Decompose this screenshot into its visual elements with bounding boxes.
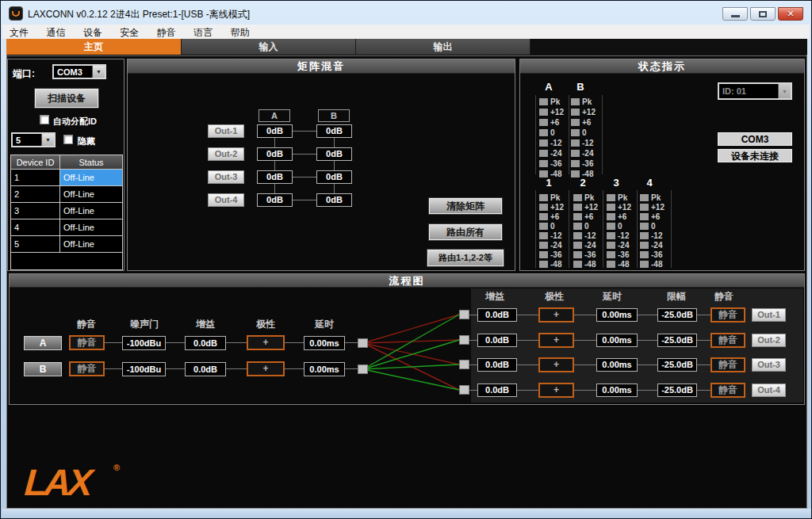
menu-file[interactable]: 文件: [2, 25, 36, 39]
output-3-mute-button[interactable]: 静音: [710, 357, 745, 372]
menu-language[interactable]: 语言: [186, 25, 220, 39]
device-id-select[interactable]: ID: 01 ▼: [718, 82, 792, 100]
table-row[interactable]: 2 Off-Line: [11, 186, 122, 203]
output-3-polarity-button[interactable]: +: [538, 357, 574, 372]
minimize-button[interactable]: [722, 7, 748, 21]
status-cell[interactable]: Off-Line: [60, 219, 122, 236]
input-b-gate-value[interactable]: -100dBu: [122, 362, 166, 376]
scan-devices-button[interactable]: 扫描设备: [35, 89, 98, 108]
device-id-cell[interactable]: 2: [11, 186, 60, 203]
chevron-down-icon[interactable]: ▼: [778, 84, 791, 98]
output-1-limiter-value[interactable]: -25.0dB: [657, 308, 697, 322]
matrix-row-out2[interactable]: Out-2: [208, 147, 244, 161]
input-a-gain-value[interactable]: 0.0dB: [185, 336, 226, 350]
output-3-delay-value[interactable]: 0.00ms: [596, 358, 638, 372]
matrix-cell-a4[interactable]: 0dB: [257, 193, 293, 207]
output-2-routing-node[interactable]: [459, 335, 469, 345]
input-b-delay-value[interactable]: 0.00ms: [304, 362, 345, 376]
tab-output[interactable]: 输出: [356, 39, 530, 55]
device-id-cell[interactable]: 4: [11, 219, 60, 236]
status-cell[interactable]: Off-Line: [60, 203, 122, 219]
output-4-polarity-button[interactable]: +: [538, 383, 574, 398]
chevron-down-icon[interactable]: ▼: [92, 66, 105, 78]
output-1-delay-value[interactable]: 0.00ms: [596, 308, 638, 322]
status-cell[interactable]: Off-Line: [60, 236, 122, 253]
auto-assign-id-checkbox[interactable]: [40, 115, 49, 124]
connection-status-button[interactable]: 设备未连接: [718, 149, 792, 162]
input-b-routing-node[interactable]: [358, 364, 368, 374]
output-3-routing-node[interactable]: [459, 360, 469, 369]
matrix-cell-b2[interactable]: 0dB: [316, 147, 352, 161]
input-a-delay-value[interactable]: 0.00ms: [304, 336, 345, 350]
maximize-button[interactable]: [750, 7, 776, 21]
menu-security[interactable]: 安全: [113, 25, 146, 39]
table-row[interactable]: 4 Off-Line: [11, 219, 122, 236]
output-1-routing-node[interactable]: [459, 310, 469, 319]
output-3-limiter-value[interactable]: -25.0dB: [657, 358, 697, 372]
matrix-cell-a1[interactable]: 0dB: [257, 124, 293, 138]
input-b-gain-value[interactable]: 0.0dB: [185, 362, 226, 376]
menu-communication[interactable]: 通信: [39, 25, 72, 39]
matrix-row-out3[interactable]: Out-3: [208, 170, 244, 184]
input-a-mute-button[interactable]: 静音: [69, 335, 105, 350]
output-2-mute-button[interactable]: 静音: [710, 333, 745, 348]
input-b-mute-button[interactable]: 静音: [69, 361, 105, 376]
matrix-row-out4[interactable]: Out-4: [208, 193, 244, 207]
output-4-mute-button[interactable]: 静音: [710, 383, 745, 398]
output-3-gain-value[interactable]: 0.0dB: [477, 358, 517, 372]
close-button[interactable]: ✕: [778, 7, 803, 21]
matrix-cell-b1[interactable]: 0dB: [316, 124, 352, 138]
chevron-down-icon[interactable]: ▼: [41, 134, 54, 146]
output-2-button[interactable]: Out-2: [752, 334, 786, 347]
output-4-routing-node[interactable]: [459, 385, 469, 395]
output-4-delay-value[interactable]: 0.00ms: [596, 384, 638, 397]
output-2-delay-value[interactable]: 0.00ms: [596, 334, 638, 347]
menu-mute[interactable]: 静音: [150, 25, 183, 39]
input-a-gate-value[interactable]: -100dBu: [122, 336, 166, 350]
com-port-button[interactable]: COM3: [718, 132, 792, 146]
menu-device[interactable]: 设备: [76, 25, 109, 39]
output-2-polarity-button[interactable]: +: [538, 333, 574, 348]
input-a-routing-node[interactable]: [358, 338, 368, 348]
output-3-button[interactable]: Out-3: [752, 358, 786, 372]
tab-input[interactable]: 输入: [182, 39, 356, 55]
meter-scale-label: +6: [582, 118, 591, 127]
matrix-cell-b3[interactable]: 0dB: [316, 170, 352, 184]
output-1-button[interactable]: Out-1: [752, 308, 786, 322]
menu-help[interactable]: 帮助: [224, 25, 257, 39]
output-2-limiter-value[interactable]: -25.0dB: [657, 334, 697, 347]
input-b-button[interactable]: B: [24, 362, 62, 376]
matrix-cell-a3[interactable]: 0dB: [257, 170, 293, 184]
meter-scale-label: -48: [651, 260, 662, 269]
hide-checkbox[interactable]: [63, 135, 73, 144]
table-row[interactable]: 1 Off-Line: [11, 170, 122, 186]
output-1-polarity-button[interactable]: +: [538, 307, 574, 322]
status-cell[interactable]: Off-Line: [60, 186, 122, 203]
input-a-button[interactable]: A: [24, 336, 62, 350]
matrix-cell-a2[interactable]: 0dB: [257, 147, 293, 161]
matrix-cell-b4[interactable]: 0dB: [316, 193, 352, 207]
device-id-cell[interactable]: 3: [11, 203, 60, 219]
meter-led: [539, 242, 548, 249]
table-row[interactable]: 3 Off-Line: [11, 203, 122, 219]
title-bar[interactable]: LAXCONN v0.2.12 2进4出 Preset:1-[USB -离线模式…: [2, 2, 810, 25]
device-id-cell[interactable]: 5: [11, 236, 60, 253]
device-id-cell[interactable]: 1: [11, 170, 60, 186]
table-row[interactable]: 5 Off-Line: [11, 236, 122, 253]
device-count-select[interactable]: 5 ▼: [11, 132, 56, 147]
output-1-gain-value[interactable]: 0.0dB: [477, 308, 517, 322]
tab-home[interactable]: 主页: [6, 39, 182, 55]
route-direct-button[interactable]: 路由1-1,2-2等: [427, 250, 504, 266]
port-select[interactable]: COM3 ▼: [52, 64, 106, 79]
status-cell[interactable]: Off-Line: [60, 170, 122, 186]
output-2-gain-value[interactable]: 0.0dB: [477, 334, 517, 347]
clear-matrix-button[interactable]: 清除矩阵: [429, 198, 502, 214]
output-1-mute-button[interactable]: 静音: [710, 307, 745, 322]
route-all-button[interactable]: 路由所有: [429, 224, 502, 240]
output-4-gain-value[interactable]: 0.0dB: [477, 384, 517, 397]
matrix-row-out1[interactable]: Out-1: [208, 124, 244, 138]
output-4-limiter-value[interactable]: -25.0dB: [657, 384, 697, 397]
input-a-polarity-button[interactable]: +: [247, 335, 285, 350]
input-b-polarity-button[interactable]: +: [247, 361, 285, 376]
output-4-button[interactable]: Out-4: [752, 384, 786, 397]
